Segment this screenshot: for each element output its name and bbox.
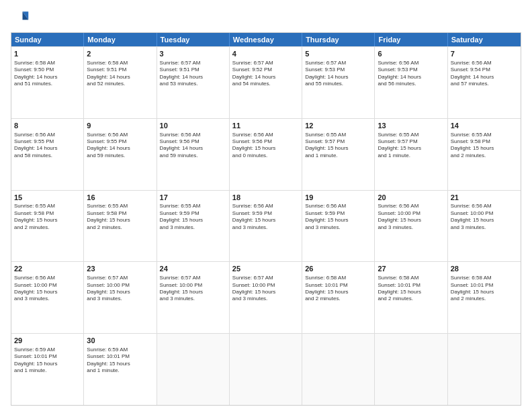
calendar-cell: 2Sunrise: 6:58 AM Sunset: 9:51 PM Daylig…	[84, 47, 157, 118]
calendar-cell: 13Sunrise: 6:55 AM Sunset: 9:57 PM Dayli…	[375, 119, 447, 190]
calendar-cell: 21Sunrise: 6:56 AM Sunset: 10:00 PM Dayl…	[448, 191, 521, 262]
day-number: 26	[305, 264, 371, 274]
day-number: 18	[232, 193, 299, 203]
cell-info: Sunrise: 6:57 AM Sunset: 9:52 PM Dayligh…	[232, 60, 299, 88]
day-number: 1	[14, 49, 81, 59]
calendar-cell: 3Sunrise: 6:57 AM Sunset: 9:51 PM Daylig…	[157, 47, 230, 118]
calendar-cell: 14Sunrise: 6:55 AM Sunset: 9:58 PM Dayli…	[448, 119, 521, 190]
cell-info: Sunrise: 6:57 AM Sunset: 10:00 PM Daylig…	[232, 275, 299, 303]
day-number: 25	[232, 264, 299, 274]
calendar-cell: 10Sunrise: 6:56 AM Sunset: 9:56 PM Dayli…	[157, 119, 230, 190]
calendar-cell	[157, 334, 230, 405]
day-number: 19	[305, 193, 371, 203]
day-number: 13	[378, 121, 444, 131]
calendar-cell: 15Sunrise: 6:55 AM Sunset: 9:58 PM Dayli…	[11, 191, 84, 262]
day-number: 27	[378, 264, 444, 274]
day-number: 7	[451, 49, 518, 59]
calendar-cell	[448, 334, 521, 405]
day-number: 2	[87, 49, 153, 59]
day-number: 4	[232, 49, 299, 59]
cell-info: Sunrise: 6:58 AM Sunset: 9:50 PM Dayligh…	[14, 60, 81, 88]
cell-info: Sunrise: 6:55 AM Sunset: 9:57 PM Dayligh…	[378, 132, 444, 160]
calendar-cell: 6Sunrise: 6:56 AM Sunset: 9:53 PM Daylig…	[375, 47, 447, 118]
calendar-cell: 9Sunrise: 6:56 AM Sunset: 9:55 PM Daylig…	[84, 119, 157, 190]
calendar-cell: 1Sunrise: 6:58 AM Sunset: 9:50 PM Daylig…	[11, 47, 84, 118]
calendar-cell: 30Sunrise: 6:59 AM Sunset: 10:01 PM Dayl…	[84, 334, 157, 405]
calendar: SundayMondayTuesdayWednesdayThursdayFrid…	[11, 32, 521, 406]
day-number: 24	[160, 264, 226, 274]
day-number: 3	[160, 49, 226, 59]
day-number: 28	[451, 264, 518, 274]
day-number: 30	[87, 336, 153, 346]
day-number: 17	[160, 193, 226, 203]
header	[11, 8, 521, 27]
cell-info: Sunrise: 6:55 AM Sunset: 9:58 PM Dayligh…	[14, 203, 81, 231]
calendar-body: 1Sunrise: 6:58 AM Sunset: 9:50 PM Daylig…	[11, 46, 521, 405]
weekday-header: Tuesday	[157, 33, 230, 46]
calendar-cell	[302, 334, 375, 405]
calendar-cell: 25Sunrise: 6:57 AM Sunset: 10:00 PM Dayl…	[230, 262, 302, 333]
cell-info: Sunrise: 6:56 AM Sunset: 10:00 PM Daylig…	[14, 275, 81, 303]
calendar-cell	[230, 334, 302, 405]
cell-info: Sunrise: 6:55 AM Sunset: 9:59 PM Dayligh…	[160, 203, 226, 231]
calendar-cell: 5Sunrise: 6:57 AM Sunset: 9:53 PM Daylig…	[302, 47, 375, 118]
cell-info: Sunrise: 6:56 AM Sunset: 9:53 PM Dayligh…	[378, 60, 444, 88]
calendar-cell: 20Sunrise: 6:56 AM Sunset: 10:00 PM Dayl…	[375, 191, 447, 262]
cell-info: Sunrise: 6:56 AM Sunset: 9:59 PM Dayligh…	[232, 203, 299, 231]
cell-info: Sunrise: 6:59 AM Sunset: 10:01 PM Daylig…	[14, 347, 81, 375]
calendar-cell: 11Sunrise: 6:56 AM Sunset: 9:56 PM Dayli…	[230, 119, 302, 190]
day-number: 21	[451, 193, 518, 203]
page: SundayMondayTuesdayWednesdayThursdayFrid…	[0, 0, 532, 411]
day-number: 20	[378, 193, 444, 203]
calendar-cell	[375, 334, 447, 405]
calendar-row: 29Sunrise: 6:59 AM Sunset: 10:01 PM Dayl…	[11, 333, 521, 405]
weekday-header: Friday	[375, 33, 447, 46]
cell-info: Sunrise: 6:57 AM Sunset: 9:51 PM Dayligh…	[160, 60, 226, 88]
cell-info: Sunrise: 6:57 AM Sunset: 9:53 PM Dayligh…	[305, 60, 371, 88]
calendar-cell: 19Sunrise: 6:56 AM Sunset: 9:59 PM Dayli…	[302, 191, 375, 262]
calendar-cell: 4Sunrise: 6:57 AM Sunset: 9:52 PM Daylig…	[230, 47, 302, 118]
cell-info: Sunrise: 6:57 AM Sunset: 10:00 PM Daylig…	[160, 275, 226, 303]
day-number: 12	[305, 121, 371, 131]
weekday-header: Monday	[84, 33, 157, 46]
cell-info: Sunrise: 6:58 AM Sunset: 9:51 PM Dayligh…	[87, 60, 153, 88]
cell-info: Sunrise: 6:56 AM Sunset: 9:55 PM Dayligh…	[87, 132, 153, 160]
calendar-cell: 8Sunrise: 6:56 AM Sunset: 9:55 PM Daylig…	[11, 119, 84, 190]
weekday-header: Wednesday	[230, 33, 302, 46]
calendar-row: 15Sunrise: 6:55 AM Sunset: 9:58 PM Dayli…	[11, 190, 521, 262]
cell-info: Sunrise: 6:58 AM Sunset: 10:01 PM Daylig…	[451, 275, 518, 303]
calendar-row: 8Sunrise: 6:56 AM Sunset: 9:55 PM Daylig…	[11, 118, 521, 190]
day-number: 6	[378, 49, 444, 59]
calendar-cell: 26Sunrise: 6:58 AM Sunset: 10:01 PM Dayl…	[302, 262, 375, 333]
cell-info: Sunrise: 6:55 AM Sunset: 9:58 PM Dayligh…	[87, 203, 153, 231]
day-number: 10	[160, 121, 226, 131]
cell-info: Sunrise: 6:56 AM Sunset: 10:00 PM Daylig…	[378, 203, 444, 231]
cell-info: Sunrise: 6:56 AM Sunset: 10:00 PM Daylig…	[451, 203, 518, 231]
day-number: 23	[87, 264, 153, 274]
day-number: 22	[14, 264, 81, 274]
cell-info: Sunrise: 6:57 AM Sunset: 10:00 PM Daylig…	[87, 275, 153, 303]
calendar-cell: 18Sunrise: 6:56 AM Sunset: 9:59 PM Dayli…	[230, 191, 302, 262]
weekday-header: Saturday	[448, 33, 521, 46]
day-number: 16	[87, 193, 153, 203]
day-number: 11	[232, 121, 299, 131]
calendar-cell: 24Sunrise: 6:57 AM Sunset: 10:00 PM Dayl…	[157, 262, 230, 333]
calendar-row: 22Sunrise: 6:56 AM Sunset: 10:00 PM Dayl…	[11, 261, 521, 333]
cell-info: Sunrise: 6:56 AM Sunset: 9:54 PM Dayligh…	[451, 60, 518, 88]
day-number: 29	[14, 336, 81, 346]
cell-info: Sunrise: 6:58 AM Sunset: 10:01 PM Daylig…	[305, 275, 371, 303]
cell-info: Sunrise: 6:58 AM Sunset: 10:01 PM Daylig…	[378, 275, 444, 303]
logo-icon	[11, 8, 30, 27]
calendar-cell: 27Sunrise: 6:58 AM Sunset: 10:01 PM Dayl…	[375, 262, 447, 333]
calendar-cell: 23Sunrise: 6:57 AM Sunset: 10:00 PM Dayl…	[84, 262, 157, 333]
day-number: 15	[14, 193, 81, 203]
calendar-cell: 12Sunrise: 6:55 AM Sunset: 9:57 PM Dayli…	[302, 119, 375, 190]
weekday-header: Sunday	[11, 33, 84, 46]
cell-info: Sunrise: 6:56 AM Sunset: 9:59 PM Dayligh…	[305, 203, 371, 231]
cell-info: Sunrise: 6:56 AM Sunset: 9:55 PM Dayligh…	[14, 132, 81, 160]
calendar-header: SundayMondayTuesdayWednesdayThursdayFrid…	[11, 33, 521, 46]
calendar-cell: 17Sunrise: 6:55 AM Sunset: 9:59 PM Dayli…	[157, 191, 230, 262]
day-number: 8	[14, 121, 81, 131]
calendar-cell: 29Sunrise: 6:59 AM Sunset: 10:01 PM Dayl…	[11, 334, 84, 405]
cell-info: Sunrise: 6:56 AM Sunset: 9:56 PM Dayligh…	[160, 132, 226, 160]
